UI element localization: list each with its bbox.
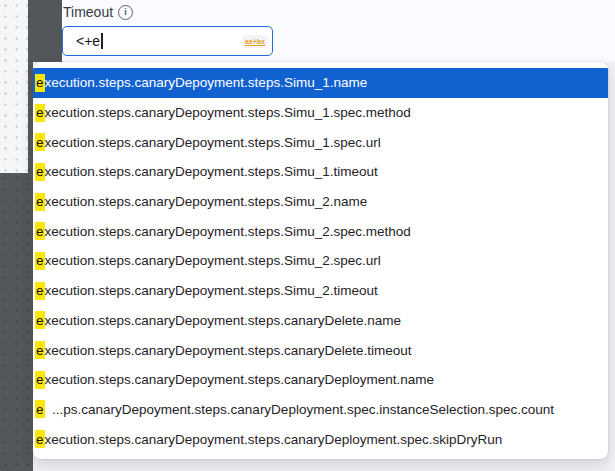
list-item[interactable]: execution.steps.canaryDepoyment.steps.Si… [33, 216, 608, 246]
item-path-text: xecution.steps.canaryDepoyment.steps.Sim… [45, 164, 378, 179]
list-item[interactable]: execution.steps.canaryDepoyment.steps.Si… [33, 127, 608, 157]
match-highlight: e [35, 74, 45, 92]
info-icon[interactable]: i [118, 5, 133, 20]
item-path-text: xecution.steps.canaryDepoyment.steps.Sim… [45, 283, 378, 298]
item-path-text: xecution.steps.canaryDepoyment.steps.can… [45, 432, 503, 447]
canvas-dark-region [0, 173, 33, 471]
expression-suggestions-dropdown: execution.steps.canaryDepoyment.steps.Si… [33, 62, 608, 459]
timeout-label: Timeout [63, 4, 113, 20]
list-item[interactable]: e ...ps.canaryDepoyment.steps.canaryDepl… [33, 395, 608, 425]
list-item[interactable]: execution.steps.canaryDepoyment.steps.ca… [33, 306, 608, 336]
list-item[interactable]: execution.steps.canaryDepoyment.steps.ca… [33, 365, 608, 395]
item-path-text: xecution.steps.canaryDepoyment.steps.Sim… [45, 135, 381, 150]
match-highlight: e [35, 252, 45, 270]
item-path-text: xecution.steps.canaryDepoyment.steps.Sim… [45, 224, 411, 239]
match-highlight: e [35, 371, 45, 389]
expression-type-badge[interactable]: ax+bx [242, 35, 268, 48]
item-path-text: xecution.steps.canaryDepoyment.steps.Sim… [45, 75, 368, 90]
list-item[interactable]: execution.steps.canaryDepoyment.steps.Si… [33, 276, 608, 306]
field-label-row: Timeout i [63, 4, 133, 20]
item-path-text: xecution.steps.canaryDepoyment.steps.Sim… [45, 253, 381, 268]
match-highlight: e [35, 341, 45, 359]
match-highlight: e [35, 311, 45, 329]
match-highlight: e [35, 430, 45, 448]
item-path-text: xecution.steps.canaryDepoyment.steps.can… [45, 372, 434, 387]
item-path-text: xecution.steps.canaryDepoyment.steps.can… [45, 343, 412, 358]
list-item[interactable]: execution.steps.canaryDepoyment.steps.ca… [33, 335, 608, 365]
match-highlight: e [35, 163, 45, 181]
item-path-text: ...ps.canaryDepoyment.steps.canaryDeploy… [45, 402, 555, 417]
list-item[interactable]: execution.steps.canaryDepoyment.steps.Si… [33, 68, 608, 98]
list-item[interactable]: execution.steps.canaryDepoyment.steps.Si… [33, 98, 608, 128]
text-caret [101, 33, 103, 49]
input-value: <+e [76, 33, 100, 49]
list-item[interactable]: execution.steps.canaryDepoyment.steps.Si… [33, 246, 608, 276]
match-highlight: e [35, 222, 45, 240]
list-item[interactable]: execution.steps.canaryDepoyment.steps.Si… [33, 157, 608, 187]
item-path-text: xecution.steps.canaryDepoyment.steps.can… [45, 313, 401, 328]
match-highlight: e [35, 282, 45, 300]
list-item[interactable]: execution.steps.canaryDepoyment.steps.Si… [33, 187, 608, 217]
match-highlight: e [35, 104, 45, 122]
item-path-text: xecution.steps.canaryDepoyment.steps.Sim… [45, 194, 368, 209]
timeout-field-group: Timeout i <+e ax+bx [62, 0, 615, 62]
item-path-text: xecution.steps.canaryDepoyment.steps.Sim… [45, 105, 411, 120]
match-highlight: e [35, 133, 45, 151]
list-item[interactable]: execution.steps.canaryDepoyment.steps.ca… [33, 424, 608, 454]
match-highlight: e [35, 400, 45, 418]
match-highlight: e [35, 193, 45, 211]
timeout-input[interactable]: <+e ax+bx [62, 26, 273, 56]
